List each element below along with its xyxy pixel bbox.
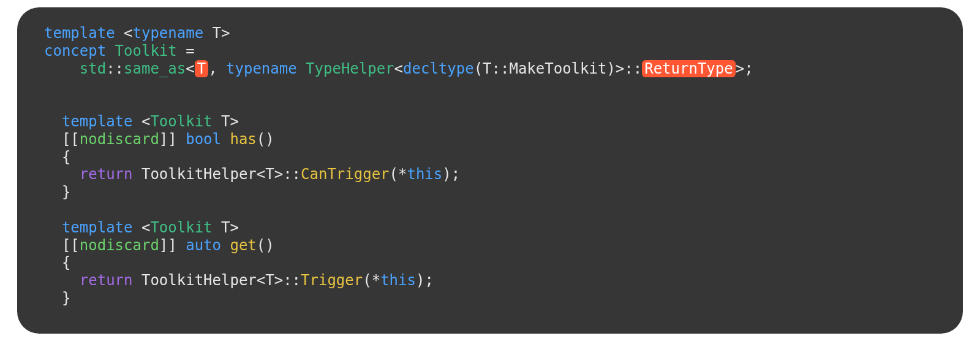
indent <box>44 254 62 271</box>
kw-typename: typename <box>133 25 204 42</box>
kw-typename: typename <box>226 60 297 77</box>
parens: () <box>257 131 274 148</box>
type-param-T: T <box>213 219 230 236</box>
space <box>177 131 186 148</box>
brace-close: } <box>62 183 70 201</box>
type-helper: TypeHelper <box>306 60 394 77</box>
angle-open: < <box>115 25 133 42</box>
fn-has: has <box>230 131 256 148</box>
fn-trigger: Trigger <box>301 272 363 289</box>
indent <box>44 289 62 307</box>
indent <box>44 60 80 77</box>
angle-open: < <box>133 219 151 236</box>
kw-template: template <box>62 219 133 236</box>
T-ref: T <box>265 166 274 183</box>
paren-close: ) <box>416 272 424 289</box>
angle-open: < <box>186 60 194 77</box>
kw-decltype: decltype <box>403 60 474 77</box>
kw-return: return <box>80 166 133 183</box>
indent <box>44 131 62 148</box>
concept-name: Toolkit <box>106 42 177 59</box>
semicolon: ; <box>424 272 433 289</box>
type-param-T: T <box>203 25 221 42</box>
indent <box>44 237 62 254</box>
paren-open: ( <box>474 60 483 77</box>
make-toolkit: MakeToolkit <box>509 60 606 77</box>
angle-close: > <box>274 272 283 289</box>
indent <box>44 148 62 166</box>
scope-op: :: <box>283 166 301 183</box>
indent <box>44 166 80 183</box>
concept-constraint: Toolkit <box>150 219 212 236</box>
kw-bool: bool <box>186 131 221 148</box>
scope-op: :: <box>106 60 124 77</box>
kw-this: this <box>407 166 442 183</box>
angle-open: < <box>257 166 265 183</box>
same-as: same_as <box>124 60 186 77</box>
nodiscard-attr: nodiscard <box>80 131 159 148</box>
kw-auto: auto <box>186 237 221 254</box>
semicolon: ; <box>451 166 460 183</box>
space <box>297 60 306 77</box>
T-ref: T <box>483 60 491 77</box>
parens: () <box>257 237 274 254</box>
scope-op: :: <box>283 272 301 289</box>
brace-close: } <box>62 289 70 307</box>
highlighted-T: T <box>195 60 208 77</box>
space <box>133 166 141 183</box>
fn-get: get <box>230 237 256 254</box>
T-ref: T <box>265 272 274 289</box>
toolkit-helper: ToolkitHelper <box>141 272 257 289</box>
code-content: template <typename T> concept Toolkit = … <box>44 25 936 307</box>
space <box>221 237 230 254</box>
indent <box>44 272 80 289</box>
concept-constraint: Toolkit <box>150 113 212 130</box>
indent <box>44 219 62 236</box>
angle-open: < <box>133 113 151 130</box>
nodiscard-attr: nodiscard <box>80 237 159 254</box>
angle-close: > <box>230 113 238 130</box>
attr-open: [[ <box>62 131 80 148</box>
kw-this: this <box>380 272 416 289</box>
attr-close: ]] <box>159 237 177 254</box>
paren-close: ) <box>606 60 615 77</box>
angle-close: > <box>274 166 283 183</box>
comma: , <box>208 60 226 77</box>
angle-close: > <box>616 60 624 77</box>
attr-close: ]] <box>159 131 177 148</box>
angle-close: > <box>221 25 230 42</box>
space <box>133 272 141 289</box>
brace-open: { <box>62 148 70 166</box>
paren-open: ( <box>363 272 371 289</box>
paren-open: ( <box>390 166 398 183</box>
type-param-T: T <box>213 113 230 130</box>
kw-concept: concept <box>44 42 106 59</box>
kw-template: template <box>44 25 115 42</box>
brace-open: { <box>62 254 70 271</box>
equals: = <box>177 42 195 59</box>
angle-close: > <box>230 219 238 236</box>
angle-open: < <box>257 272 265 289</box>
toolkit-helper: ToolkitHelper <box>141 166 257 183</box>
deref-star: * <box>372 272 380 289</box>
scope-op: :: <box>624 60 642 77</box>
deref-star: * <box>398 166 407 183</box>
paren-close: ) <box>442 166 451 183</box>
kw-template: template <box>62 113 133 130</box>
angle-close: > <box>736 60 744 77</box>
ns-std: std <box>80 60 106 77</box>
space <box>221 131 230 148</box>
angle-open: < <box>394 60 403 77</box>
semicolon: ; <box>744 60 753 77</box>
highlighted-returntype: ReturnType <box>642 60 736 77</box>
indent <box>44 183 62 201</box>
code-block: template <typename T> concept Toolkit = … <box>17 7 963 334</box>
attr-open: [[ <box>62 237 80 254</box>
indent <box>44 113 62 130</box>
kw-return: return <box>80 272 133 289</box>
fn-cantrigger: CanTrigger <box>301 166 390 183</box>
scope-op: :: <box>492 60 510 77</box>
space <box>177 237 186 254</box>
